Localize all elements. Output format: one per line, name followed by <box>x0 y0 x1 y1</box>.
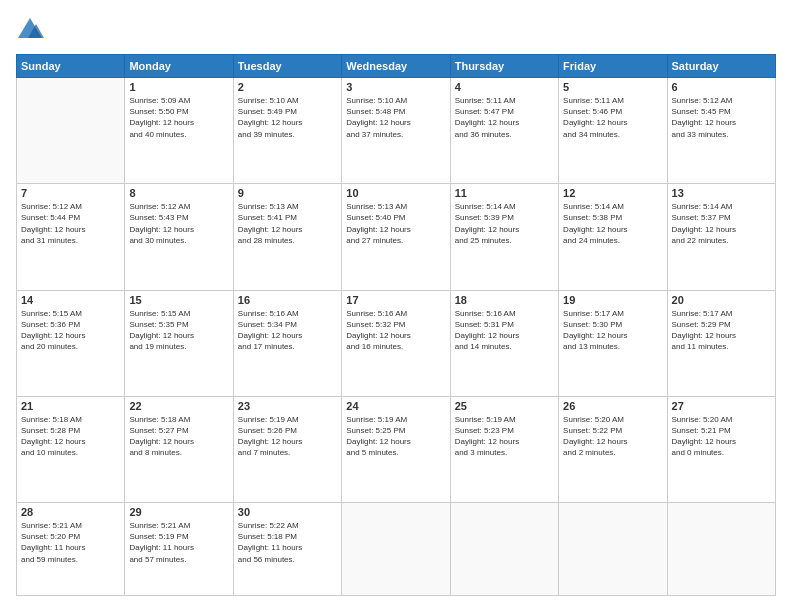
day-info: Sunrise: 5:22 AM Sunset: 5:18 PM Dayligh… <box>238 520 337 565</box>
day-info: Sunrise: 5:21 AM Sunset: 5:20 PM Dayligh… <box>21 520 120 565</box>
calendar-cell: 28Sunrise: 5:21 AM Sunset: 5:20 PM Dayli… <box>17 503 125 596</box>
day-number: 30 <box>238 506 337 518</box>
day-info: Sunrise: 5:10 AM Sunset: 5:48 PM Dayligh… <box>346 95 445 140</box>
calendar-cell: 23Sunrise: 5:19 AM Sunset: 5:26 PM Dayli… <box>233 396 341 502</box>
week-row-2: 7Sunrise: 5:12 AM Sunset: 5:44 PM Daylig… <box>17 184 776 290</box>
day-info: Sunrise: 5:19 AM Sunset: 5:23 PM Dayligh… <box>455 414 554 459</box>
day-number: 9 <box>238 187 337 199</box>
day-info: Sunrise: 5:12 AM Sunset: 5:44 PM Dayligh… <box>21 201 120 246</box>
calendar-cell: 2Sunrise: 5:10 AM Sunset: 5:49 PM Daylig… <box>233 78 341 184</box>
calendar-cell: 21Sunrise: 5:18 AM Sunset: 5:28 PM Dayli… <box>17 396 125 502</box>
day-number: 10 <box>346 187 445 199</box>
day-info: Sunrise: 5:20 AM Sunset: 5:21 PM Dayligh… <box>672 414 771 459</box>
day-info: Sunrise: 5:11 AM Sunset: 5:47 PM Dayligh… <box>455 95 554 140</box>
calendar-cell: 10Sunrise: 5:13 AM Sunset: 5:40 PM Dayli… <box>342 184 450 290</box>
day-number: 19 <box>563 294 662 306</box>
week-row-1: 1Sunrise: 5:09 AM Sunset: 5:50 PM Daylig… <box>17 78 776 184</box>
day-info: Sunrise: 5:12 AM Sunset: 5:43 PM Dayligh… <box>129 201 228 246</box>
calendar-cell: 17Sunrise: 5:16 AM Sunset: 5:32 PM Dayli… <box>342 290 450 396</box>
day-info: Sunrise: 5:16 AM Sunset: 5:31 PM Dayligh… <box>455 308 554 353</box>
day-info: Sunrise: 5:18 AM Sunset: 5:28 PM Dayligh… <box>21 414 120 459</box>
day-info: Sunrise: 5:15 AM Sunset: 5:36 PM Dayligh… <box>21 308 120 353</box>
day-info: Sunrise: 5:20 AM Sunset: 5:22 PM Dayligh… <box>563 414 662 459</box>
calendar-cell <box>559 503 667 596</box>
calendar-cell: 1Sunrise: 5:09 AM Sunset: 5:50 PM Daylig… <box>125 78 233 184</box>
day-info: Sunrise: 5:09 AM Sunset: 5:50 PM Dayligh… <box>129 95 228 140</box>
day-number: 21 <box>21 400 120 412</box>
day-info: Sunrise: 5:19 AM Sunset: 5:26 PM Dayligh… <box>238 414 337 459</box>
day-info: Sunrise: 5:18 AM Sunset: 5:27 PM Dayligh… <box>129 414 228 459</box>
day-number: 17 <box>346 294 445 306</box>
calendar-cell: 26Sunrise: 5:20 AM Sunset: 5:22 PM Dayli… <box>559 396 667 502</box>
day-info: Sunrise: 5:12 AM Sunset: 5:45 PM Dayligh… <box>672 95 771 140</box>
day-info: Sunrise: 5:21 AM Sunset: 5:19 PM Dayligh… <box>129 520 228 565</box>
weekday-header-sunday: Sunday <box>17 55 125 78</box>
day-number: 2 <box>238 81 337 93</box>
calendar-cell: 3Sunrise: 5:10 AM Sunset: 5:48 PM Daylig… <box>342 78 450 184</box>
day-info: Sunrise: 5:13 AM Sunset: 5:40 PM Dayligh… <box>346 201 445 246</box>
weekday-header-monday: Monday <box>125 55 233 78</box>
weekday-header-thursday: Thursday <box>450 55 558 78</box>
calendar-cell: 11Sunrise: 5:14 AM Sunset: 5:39 PM Dayli… <box>450 184 558 290</box>
day-number: 7 <box>21 187 120 199</box>
calendar-cell: 19Sunrise: 5:17 AM Sunset: 5:30 PM Dayli… <box>559 290 667 396</box>
day-number: 28 <box>21 506 120 518</box>
day-info: Sunrise: 5:19 AM Sunset: 5:25 PM Dayligh… <box>346 414 445 459</box>
day-number: 15 <box>129 294 228 306</box>
header <box>16 16 776 44</box>
weekday-header-saturday: Saturday <box>667 55 775 78</box>
day-info: Sunrise: 5:13 AM Sunset: 5:41 PM Dayligh… <box>238 201 337 246</box>
week-row-5: 28Sunrise: 5:21 AM Sunset: 5:20 PM Dayli… <box>17 503 776 596</box>
calendar-cell: 8Sunrise: 5:12 AM Sunset: 5:43 PM Daylig… <box>125 184 233 290</box>
day-info: Sunrise: 5:14 AM Sunset: 5:39 PM Dayligh… <box>455 201 554 246</box>
day-info: Sunrise: 5:15 AM Sunset: 5:35 PM Dayligh… <box>129 308 228 353</box>
weekday-header-tuesday: Tuesday <box>233 55 341 78</box>
calendar-cell <box>17 78 125 184</box>
calendar-cell: 7Sunrise: 5:12 AM Sunset: 5:44 PM Daylig… <box>17 184 125 290</box>
week-row-4: 21Sunrise: 5:18 AM Sunset: 5:28 PM Dayli… <box>17 396 776 502</box>
day-number: 23 <box>238 400 337 412</box>
weekday-header-friday: Friday <box>559 55 667 78</box>
day-number: 4 <box>455 81 554 93</box>
day-number: 8 <box>129 187 228 199</box>
day-number: 1 <box>129 81 228 93</box>
day-info: Sunrise: 5:16 AM Sunset: 5:32 PM Dayligh… <box>346 308 445 353</box>
calendar-table: SundayMondayTuesdayWednesdayThursdayFrid… <box>16 54 776 596</box>
logo <box>16 16 48 44</box>
calendar-cell: 27Sunrise: 5:20 AM Sunset: 5:21 PM Dayli… <box>667 396 775 502</box>
calendar-cell: 14Sunrise: 5:15 AM Sunset: 5:36 PM Dayli… <box>17 290 125 396</box>
day-number: 18 <box>455 294 554 306</box>
calendar-cell: 16Sunrise: 5:16 AM Sunset: 5:34 PM Dayli… <box>233 290 341 396</box>
calendar-cell: 4Sunrise: 5:11 AM Sunset: 5:47 PM Daylig… <box>450 78 558 184</box>
calendar-cell: 12Sunrise: 5:14 AM Sunset: 5:38 PM Dayli… <box>559 184 667 290</box>
day-info: Sunrise: 5:10 AM Sunset: 5:49 PM Dayligh… <box>238 95 337 140</box>
calendar-cell: 18Sunrise: 5:16 AM Sunset: 5:31 PM Dayli… <box>450 290 558 396</box>
calendar-cell: 30Sunrise: 5:22 AM Sunset: 5:18 PM Dayli… <box>233 503 341 596</box>
day-number: 16 <box>238 294 337 306</box>
day-number: 5 <box>563 81 662 93</box>
day-number: 3 <box>346 81 445 93</box>
calendar-cell <box>450 503 558 596</box>
calendar-cell <box>667 503 775 596</box>
day-number: 27 <box>672 400 771 412</box>
logo-icon <box>16 16 44 44</box>
calendar-cell: 9Sunrise: 5:13 AM Sunset: 5:41 PM Daylig… <box>233 184 341 290</box>
day-number: 24 <box>346 400 445 412</box>
day-number: 25 <box>455 400 554 412</box>
calendar-cell: 25Sunrise: 5:19 AM Sunset: 5:23 PM Dayli… <box>450 396 558 502</box>
day-number: 20 <box>672 294 771 306</box>
day-number: 14 <box>21 294 120 306</box>
weekday-header-wednesday: Wednesday <box>342 55 450 78</box>
day-info: Sunrise: 5:16 AM Sunset: 5:34 PM Dayligh… <box>238 308 337 353</box>
day-info: Sunrise: 5:14 AM Sunset: 5:37 PM Dayligh… <box>672 201 771 246</box>
day-number: 11 <box>455 187 554 199</box>
day-info: Sunrise: 5:17 AM Sunset: 5:29 PM Dayligh… <box>672 308 771 353</box>
calendar-cell: 20Sunrise: 5:17 AM Sunset: 5:29 PM Dayli… <box>667 290 775 396</box>
day-number: 12 <box>563 187 662 199</box>
calendar-cell: 15Sunrise: 5:15 AM Sunset: 5:35 PM Dayli… <box>125 290 233 396</box>
calendar-cell: 5Sunrise: 5:11 AM Sunset: 5:46 PM Daylig… <box>559 78 667 184</box>
calendar-cell: 6Sunrise: 5:12 AM Sunset: 5:45 PM Daylig… <box>667 78 775 184</box>
day-number: 6 <box>672 81 771 93</box>
day-number: 29 <box>129 506 228 518</box>
calendar-cell: 13Sunrise: 5:14 AM Sunset: 5:37 PM Dayli… <box>667 184 775 290</box>
